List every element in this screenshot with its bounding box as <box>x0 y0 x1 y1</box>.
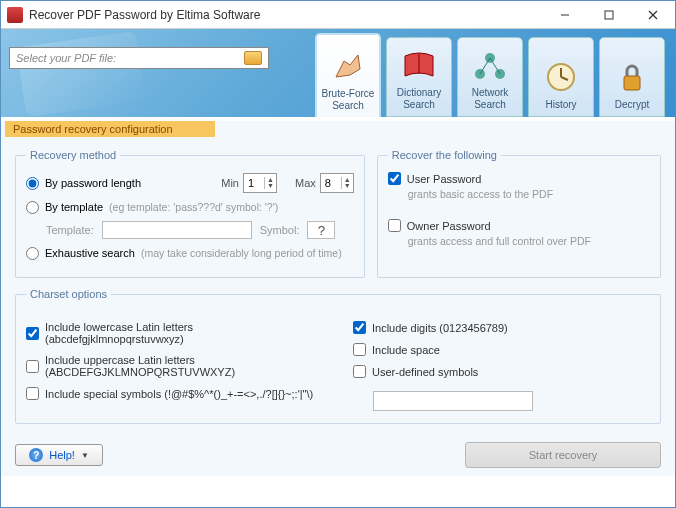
tab-network[interactable]: Network Search <box>457 37 523 117</box>
lowercase-label: Include lowercase Latin letters (abcdefg… <box>45 321 323 345</box>
check-uppercase[interactable] <box>26 360 39 373</box>
charset-legend: Charset options <box>26 288 111 300</box>
footer: ? Help! ▼ Start recovery <box>1 434 675 476</box>
tab-brute-force[interactable]: Brute-Force Search <box>315 33 381 117</box>
svg-line-9 <box>490 58 500 74</box>
browse-folder-icon[interactable] <box>244 51 262 65</box>
svg-rect-1 <box>605 11 613 19</box>
by-length-label: By password length <box>45 177 141 189</box>
tab-dictionary[interactable]: Dictionary Search <box>386 37 452 117</box>
userdef-input[interactable] <box>373 391 533 411</box>
radio-by-template[interactable] <box>26 201 39 214</box>
svg-rect-13 <box>624 76 640 90</box>
tab-decrypt[interactable]: Decrypt <box>599 37 665 117</box>
check-special[interactable] <box>26 387 39 400</box>
charset-group: Charset options Include lowercase Latin … <box>15 288 661 424</box>
minimize-button[interactable] <box>543 1 587 29</box>
close-button[interactable] <box>631 1 675 29</box>
uppercase-label: Include uppercase Latin letters (ABCDEFG… <box>45 354 323 378</box>
tab-label: History <box>545 99 576 111</box>
recovery-method-group: Recovery method By password length Min 1… <box>15 149 365 278</box>
max-spinner[interactable]: 8▲▼ <box>320 173 354 193</box>
check-digits[interactable] <box>353 321 366 334</box>
titlebar: Recover PDF Password by Eltima Software <box>1 1 675 29</box>
svg-line-8 <box>480 58 490 74</box>
help-button[interactable]: ? Help! ▼ <box>15 444 103 466</box>
file-placeholder: Select your PDF file: <box>16 52 116 64</box>
user-password-label: User Password <box>407 173 482 185</box>
config-label: Password recovery configuration <box>5 121 215 137</box>
help-icon: ? <box>29 448 43 462</box>
template-input[interactable] <box>102 221 252 239</box>
check-space[interactable] <box>353 343 366 356</box>
check-lowercase[interactable] <box>26 327 39 340</box>
template-field-label: Template: <box>46 224 94 236</box>
main-tabs: Brute-Force Search Dictionary Search Net… <box>315 29 667 117</box>
start-label: Start recovery <box>529 449 597 461</box>
help-label: Help! <box>49 449 75 461</box>
maximize-button[interactable] <box>587 1 631 29</box>
digits-label: Include digits (0123456789) <box>372 322 508 334</box>
symbol-field-label: Symbol: <box>260 224 300 236</box>
max-label: Max <box>295 177 316 189</box>
tab-label: Network Search <box>460 87 520 110</box>
min-label: Min <box>221 177 239 189</box>
network-icon <box>470 47 510 83</box>
history-icon <box>541 59 581 95</box>
exhaustive-label: Exhaustive search <box>45 247 135 259</box>
start-recovery-button[interactable]: Start recovery <box>465 442 661 468</box>
template-hint: (eg template: 'pass???d' symbol: '?') <box>109 201 278 213</box>
check-user-password[interactable] <box>388 172 401 185</box>
by-template-label: By template <box>45 201 103 213</box>
app-icon <box>7 7 23 23</box>
tab-history[interactable]: History <box>528 37 594 117</box>
brute-force-icon <box>328 48 368 84</box>
owner-password-desc: grants access and full control over PDF <box>408 235 650 247</box>
check-owner-password[interactable] <box>388 219 401 232</box>
radio-by-length[interactable] <box>26 177 39 190</box>
owner-password-label: Owner Password <box>407 220 491 232</box>
tab-label: Decrypt <box>615 99 649 111</box>
tab-label: Dictionary Search <box>389 87 449 110</box>
userdef-label: User-defined symbols <box>372 366 478 378</box>
min-spinner[interactable]: 1▲▼ <box>243 173 277 193</box>
symbol-input[interactable] <box>307 221 335 239</box>
tab-label: Brute-Force Search <box>319 88 377 111</box>
dictionary-icon <box>399 47 439 83</box>
workarea: Password recovery configuration Recovery… <box>1 121 675 476</box>
check-userdef[interactable] <box>353 365 366 378</box>
exhaustive-hint: (may take considerably long period of ti… <box>141 247 342 259</box>
special-label: Include special symbols (!@#$%^*()_+-=<>… <box>45 388 313 400</box>
window-title: Recover PDF Password by Eltima Software <box>29 8 543 22</box>
file-select-input[interactable]: Select your PDF file: <box>9 47 269 69</box>
recovery-legend: Recovery method <box>26 149 120 161</box>
user-password-desc: grants basic access to the PDF <box>408 188 650 200</box>
recover-following-legend: Recover the following <box>388 149 501 161</box>
radio-exhaustive[interactable] <box>26 247 39 260</box>
decrypt-icon <box>612 59 652 95</box>
recover-following-group: Recover the following User Password gran… <box>377 149 661 278</box>
chevron-down-icon: ▼ <box>81 451 89 460</box>
banner: Select your PDF file: Brute-Force Search… <box>1 29 675 117</box>
space-label: Include space <box>372 344 440 356</box>
